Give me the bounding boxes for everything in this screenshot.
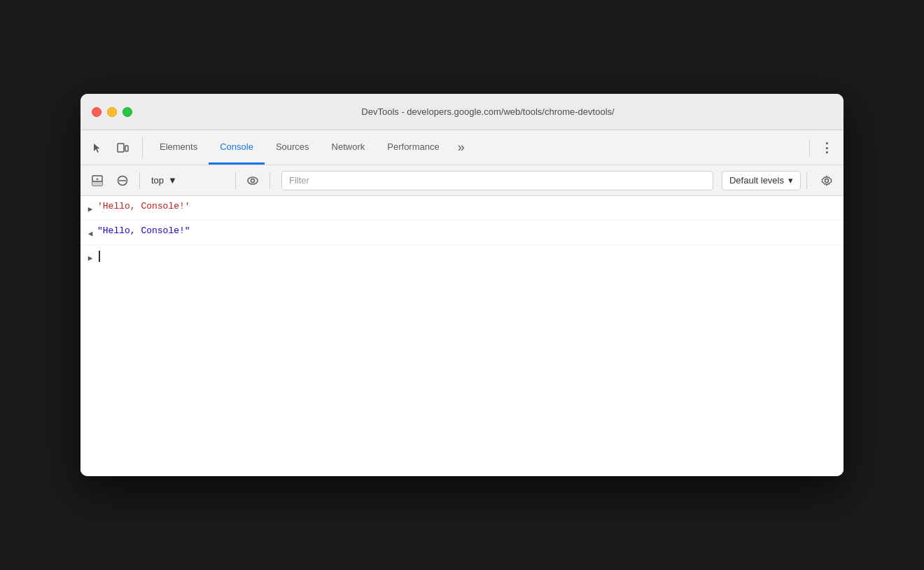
devtools-menu-button[interactable]: ⋮ — [816, 137, 838, 159]
expand-arrow-output[interactable]: ▶ — [83, 199, 97, 217]
preserve-log-button[interactable] — [241, 169, 264, 192]
inspect-icon-button[interactable] — [86, 137, 108, 159]
window-title: DevTools - developers.google.com/web/too… — [144, 106, 832, 117]
console-output-text-1: 'Hello, Console!' — [97, 199, 190, 214]
title-bar: DevTools - developers.google.com/web/too… — [80, 94, 844, 130]
console-divider — [139, 172, 140, 189]
console-toolbar: top ▼ Default levels ▾ — [80, 165, 844, 196]
device-toolbar-button[interactable] — [111, 137, 134, 159]
tab-elements[interactable]: Elements — [148, 130, 209, 165]
tab-sources[interactable]: Sources — [265, 130, 321, 165]
clear-console-button[interactable] — [111, 169, 134, 192]
return-arrow: ◀ — [83, 223, 97, 242]
tabs-container: Elements Console Sources Network Perform… — [148, 130, 804, 165]
svg-rect-0 — [118, 144, 124, 152]
svg-marker-5 — [96, 179, 99, 181]
maximize-button[interactable] — [122, 107, 132, 117]
traffic-lights — [92, 107, 132, 117]
svg-point-9 — [251, 179, 255, 182]
tab-performance[interactable]: Performance — [376, 130, 450, 165]
close-button[interactable] — [92, 107, 102, 117]
cursor-icon — [91, 141, 104, 154]
log-levels-button[interactable]: Default levels ▾ — [722, 171, 801, 190]
console-content: ▶ 'Hello, Console!' ◀ "Hello, Console!" … — [80, 196, 844, 476]
eye-icon — [247, 175, 258, 186]
console-divider-3 — [270, 172, 270, 189]
drawer-icon — [92, 175, 103, 186]
show-console-drawer-button[interactable] — [86, 169, 108, 192]
tab-network[interactable]: Network — [321, 130, 377, 165]
toolbar-icons — [86, 137, 143, 159]
console-return-text: "Hello, Console!" — [97, 223, 190, 239]
console-line-output: ▶ 'Hello, Console!' — [80, 196, 844, 221]
svg-rect-1 — [125, 146, 128, 151]
console-input-line[interactable]: ▶ — [80, 245, 844, 267]
console-divider-4 — [806, 172, 807, 189]
svg-point-10 — [825, 179, 829, 182]
prompt-arrow: ▶ — [83, 251, 97, 263]
tab-bar: Elements Console Sources Network Perform… — [80, 130, 844, 165]
svg-point-8 — [248, 177, 258, 184]
filter-input[interactable] — [281, 171, 713, 190]
minimize-button[interactable] — [107, 107, 117, 117]
context-selector[interactable]: top ▼ — [146, 172, 230, 188]
tab-separator — [809, 139, 810, 156]
svg-rect-3 — [92, 181, 102, 186]
settings-button[interactable] — [816, 169, 838, 192]
console-cursor — [99, 251, 100, 262]
more-tabs-button[interactable]: » — [451, 130, 472, 165]
device-icon — [116, 141, 129, 154]
console-line-return: ◀ "Hello, Console!" — [80, 221, 844, 245]
console-divider-2 — [235, 172, 236, 189]
devtools-window: DevTools - developers.google.com/web/too… — [80, 94, 844, 476]
tab-console[interactable]: Console — [209, 130, 265, 165]
gear-icon — [821, 175, 832, 186]
no-entry-icon — [117, 175, 128, 186]
